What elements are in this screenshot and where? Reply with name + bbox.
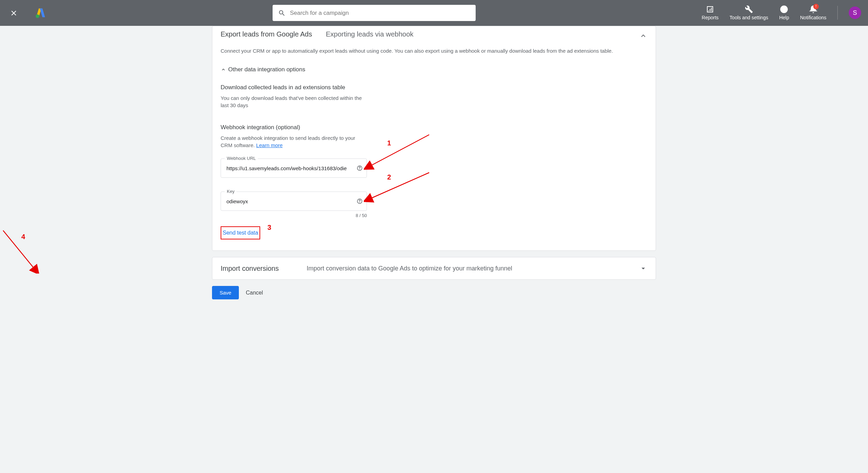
save-button[interactable]: Save [212, 286, 239, 299]
annotation-1: 1 [387, 139, 391, 147]
download-section-title: Download collected leads in ad extension… [221, 84, 647, 91]
breadcrumb: Export leads from Google Ads [221, 30, 312, 38]
chevron-up-icon [639, 32, 647, 40]
help-label: Help [779, 15, 789, 21]
top-header: Reports Tools and settings Help ! Notifi… [0, 0, 868, 26]
avatar[interactable]: S [849, 7, 861, 19]
webhook-section-desc: Create a webhook integration to send lea… [221, 134, 365, 149]
webhook-url-wrapper: Webhook URL [221, 158, 367, 178]
key-label: Key [225, 189, 236, 194]
key-wrapper: Key [221, 192, 367, 211]
import-conversions-title: Import conversions [221, 265, 307, 273]
other-options-label: Other data integration options [228, 66, 305, 73]
help-button[interactable]: Help [779, 5, 789, 21]
svg-point-0 [36, 14, 40, 18]
key-help[interactable] [357, 198, 363, 204]
search-container [61, 5, 688, 21]
key-counter: 8 / 50 [221, 213, 367, 218]
key-input[interactable] [221, 192, 367, 211]
reports-label: Reports [702, 15, 719, 21]
webhook-url-help[interactable] [357, 165, 363, 171]
export-leads-card: Export leads from Google Ads Exporting l… [212, 26, 656, 251]
svg-point-6 [360, 202, 360, 203]
webhook-url-label: Webhook URL [225, 156, 258, 161]
header-actions: Reports Tools and settings Help ! Notifi… [702, 5, 861, 21]
separator [837, 6, 838, 20]
search-input[interactable] [290, 10, 470, 17]
webhook-section-title: Webhook integration (optional) [221, 124, 647, 131]
help-circle-icon [357, 165, 363, 171]
help-circle-icon [357, 198, 363, 204]
notification-badge: ! [813, 4, 819, 9]
collapse-card-button[interactable] [639, 32, 647, 40]
notifications-label: Notifications [800, 15, 826, 21]
arrow-2-icon [364, 171, 433, 205]
tools-label: Tools and settings [730, 15, 768, 21]
google-ads-logo-icon [34, 7, 47, 19]
chevron-down-icon [639, 264, 647, 273]
notifications-button[interactable]: ! Notifications [800, 5, 826, 21]
wrench-icon [745, 5, 753, 13]
svg-line-9 [3, 230, 34, 268]
search-icon [278, 9, 286, 17]
arrow-4-icon [1, 229, 39, 274]
close-icon[interactable] [7, 9, 21, 17]
webhook-url-input[interactable] [221, 158, 367, 178]
reports-icon [706, 5, 714, 13]
import-conversions-card[interactable]: Import conversions Import conversion dat… [212, 257, 656, 280]
svg-line-8 [371, 173, 429, 198]
card-description: Connect your CRM or app to automatically… [221, 48, 647, 54]
learn-more-link[interactable]: Learn more [256, 142, 283, 148]
svg-line-7 [371, 135, 429, 166]
other-options-toggle[interactable]: Other data integration options [221, 66, 647, 73]
svg-point-4 [360, 169, 360, 169]
annotation-2: 2 [387, 173, 391, 181]
main-content: Export leads from Google Ads Exporting l… [212, 26, 656, 310]
card-title: Exporting leads via webhook [326, 30, 414, 38]
cancel-button[interactable]: Cancel [246, 290, 263, 296]
chevron-up-icon [221, 67, 226, 72]
annotation-3: 3 [267, 224, 271, 232]
download-section-desc: You can only download leads that've been… [221, 94, 365, 109]
import-conversions-desc: Import conversion data to Google Ads to … [307, 265, 639, 272]
reports-button[interactable]: Reports [702, 5, 719, 21]
button-row: Save Cancel [212, 286, 656, 299]
expand-card-button[interactable] [639, 264, 647, 273]
send-test-data-link[interactable]: Send test data [221, 226, 260, 239]
tools-button[interactable]: Tools and settings [730, 5, 768, 21]
annotation-4: 4 [21, 233, 25, 241]
help-icon [780, 5, 788, 13]
arrow-1-icon [364, 133, 433, 174]
svg-point-2 [784, 11, 784, 11]
search-box[interactable] [273, 5, 476, 21]
